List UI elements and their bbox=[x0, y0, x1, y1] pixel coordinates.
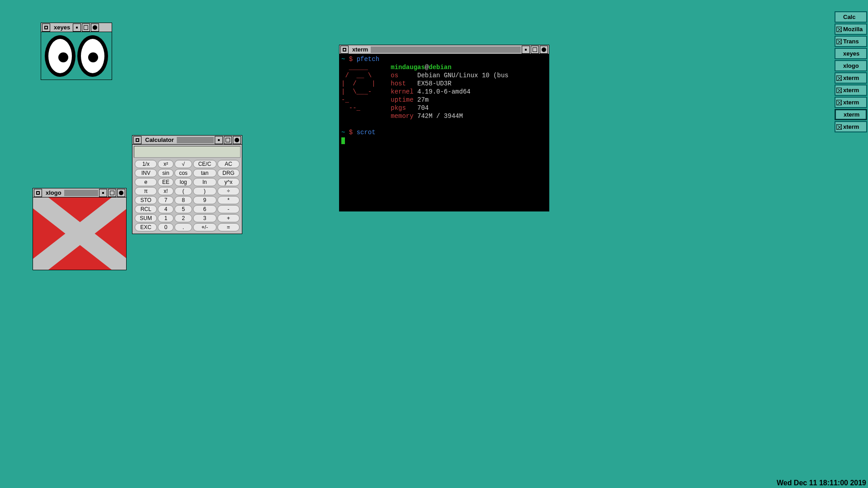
window-menu-button[interactable] bbox=[34, 189, 42, 197]
maximize-button[interactable] bbox=[108, 189, 116, 197]
calc-key[interactable]: INV bbox=[135, 169, 157, 177]
winlist-item[interactable]: xterm bbox=[835, 109, 867, 120]
close-button[interactable] bbox=[233, 136, 241, 144]
minimize-button[interactable] bbox=[99, 189, 107, 197]
xlogo-title: xlogo bbox=[43, 189, 64, 196]
winlist-item[interactable]: xlogo bbox=[835, 60, 867, 71]
winlist-label: xterm bbox=[843, 87, 859, 94]
calc-key[interactable]: = bbox=[217, 223, 240, 231]
calc-key[interactable]: x! bbox=[158, 187, 174, 195]
close-button[interactable] bbox=[117, 189, 125, 197]
calc-key[interactable]: + bbox=[217, 214, 240, 222]
winlist-item[interactable]: xterm bbox=[835, 84, 867, 96]
desktop-clock: Wed Dec 11 18:11:00 2019 bbox=[777, 479, 866, 487]
close-button[interactable] bbox=[91, 23, 99, 32]
calc-key[interactable]: - bbox=[217, 205, 240, 213]
calc-key[interactable]: √ bbox=[175, 160, 192, 168]
calc-key[interactable]: e bbox=[135, 178, 157, 186]
terminal-line: memory 742M / 3944M bbox=[341, 112, 547, 120]
calc-key[interactable]: AC bbox=[217, 160, 240, 168]
calc-key[interactable]: 3 bbox=[193, 214, 217, 222]
calc-key[interactable]: 2 bbox=[175, 214, 192, 222]
xeyes-canvas bbox=[41, 32, 112, 80]
minimize-button[interactable] bbox=[73, 23, 81, 32]
titlebar-drag-area[interactable] bbox=[64, 190, 98, 196]
calc-key[interactable]: EE bbox=[158, 178, 174, 186]
iconified-icon bbox=[836, 124, 842, 130]
xterm-window[interactable]: xterm ~ $ pfetch _____ mindaugas@debian … bbox=[339, 45, 549, 211]
calc-key[interactable]: 5 bbox=[175, 205, 192, 213]
titlebar-drag-area[interactable] bbox=[371, 47, 521, 53]
maximize-button[interactable] bbox=[531, 46, 539, 54]
calc-key[interactable]: +/- bbox=[193, 223, 217, 231]
maximize-button[interactable] bbox=[82, 23, 90, 32]
eye-left-icon bbox=[45, 35, 75, 77]
xlogo-window[interactable]: xlogo bbox=[33, 188, 127, 270]
terminal-output[interactable]: ~ $ pfetch _____ mindaugas@debian / __ \… bbox=[340, 54, 549, 211]
iconified-icon bbox=[836, 39, 842, 44]
calc-key[interactable]: 1/x bbox=[135, 160, 157, 168]
calculator-titlebar[interactable]: Calculator bbox=[132, 136, 242, 145]
titlebar-drag-area[interactable] bbox=[177, 137, 214, 143]
winlist-label: xterm bbox=[843, 75, 859, 81]
calc-key[interactable]: sin bbox=[158, 169, 174, 177]
calc-key[interactable]: x² bbox=[158, 160, 174, 168]
calc-key[interactable]: 8 bbox=[175, 196, 192, 204]
winlist-label: Calc bbox=[843, 14, 855, 20]
calc-key[interactable]: RCL bbox=[135, 205, 157, 213]
calc-key[interactable]: SUM bbox=[135, 214, 157, 222]
window-menu-button[interactable] bbox=[340, 46, 349, 54]
calc-key[interactable]: 4 bbox=[158, 205, 174, 213]
xeyes-titlebar[interactable]: xeyes bbox=[41, 23, 112, 32]
winlist-item[interactable]: Trans bbox=[835, 36, 867, 47]
maximize-button[interactable] bbox=[224, 136, 232, 144]
minimize-button[interactable] bbox=[215, 136, 223, 144]
winlist-label: xterm bbox=[843, 99, 859, 106]
calc-key[interactable]: EXC bbox=[135, 223, 157, 231]
iconified-icon bbox=[836, 75, 842, 81]
calculator-keypad: 1/xx²√CE/CACINVsincostanDRGeEEloglny^xπx… bbox=[134, 159, 241, 232]
calc-key[interactable]: ) bbox=[193, 187, 217, 195]
calc-key[interactable]: ln bbox=[193, 178, 217, 186]
winlist-item[interactable]: Calc bbox=[835, 11, 867, 23]
calc-key[interactable]: STO bbox=[135, 196, 157, 204]
terminal-line: ~ $ scrot bbox=[341, 128, 547, 136]
calc-key[interactable]: ÷ bbox=[217, 187, 240, 195]
calc-key[interactable]: cos bbox=[175, 169, 192, 177]
calc-key[interactable]: 6 bbox=[193, 205, 217, 213]
calc-key[interactable]: ( bbox=[175, 187, 192, 195]
close-button[interactable] bbox=[540, 46, 548, 54]
calc-key[interactable]: π bbox=[135, 187, 157, 195]
xlogo-canvas bbox=[33, 197, 126, 270]
calc-key[interactable]: log bbox=[175, 178, 192, 186]
window-menu-button[interactable] bbox=[133, 136, 142, 144]
calc-key[interactable]: tan bbox=[193, 169, 217, 177]
calc-key[interactable]: 7 bbox=[158, 196, 174, 204]
calc-key[interactable]: y^x bbox=[217, 178, 240, 186]
winlist-item[interactable]: xeyes bbox=[835, 48, 867, 59]
iconified-icon bbox=[836, 88, 842, 93]
terminal-line: -_ uptime 27m bbox=[341, 96, 547, 104]
xeyes-window[interactable]: xeyes bbox=[41, 23, 112, 80]
minimize-button[interactable] bbox=[522, 46, 530, 54]
xterm-titlebar[interactable]: xterm bbox=[340, 45, 549, 54]
calc-key[interactable]: 9 bbox=[193, 196, 217, 204]
winlist-item[interactable]: xterm bbox=[835, 121, 867, 132]
calculator-body: 1/xx²√CE/CACINVsincostanDRGeEEloglny^xπx… bbox=[132, 145, 242, 234]
calc-key[interactable]: . bbox=[175, 223, 192, 231]
calc-key[interactable]: CE/C bbox=[193, 160, 217, 168]
calc-key[interactable]: 0 bbox=[158, 223, 174, 231]
winlist-item[interactable]: xterm bbox=[835, 72, 867, 84]
calc-key[interactable]: * bbox=[217, 196, 240, 204]
window-menu-button[interactable] bbox=[42, 23, 50, 32]
winlist-label: Trans bbox=[843, 38, 859, 45]
winlist-item[interactable]: Mozilla bbox=[835, 23, 867, 35]
terminal-line: / __ \ os Debian GNU/Linux 10 (bus bbox=[341, 71, 547, 80]
calculator-display bbox=[134, 146, 241, 158]
calc-key[interactable]: 1 bbox=[158, 214, 174, 222]
calculator-window[interactable]: Calculator 1/xx²√CE/CACINVsincostanDRGeE… bbox=[132, 135, 242, 234]
winlist-item[interactable]: xterm bbox=[835, 97, 867, 108]
calc-key[interactable]: DRG bbox=[217, 169, 240, 177]
winlist-label: Mozilla bbox=[843, 26, 863, 33]
xlogo-titlebar[interactable]: xlogo bbox=[33, 188, 126, 197]
